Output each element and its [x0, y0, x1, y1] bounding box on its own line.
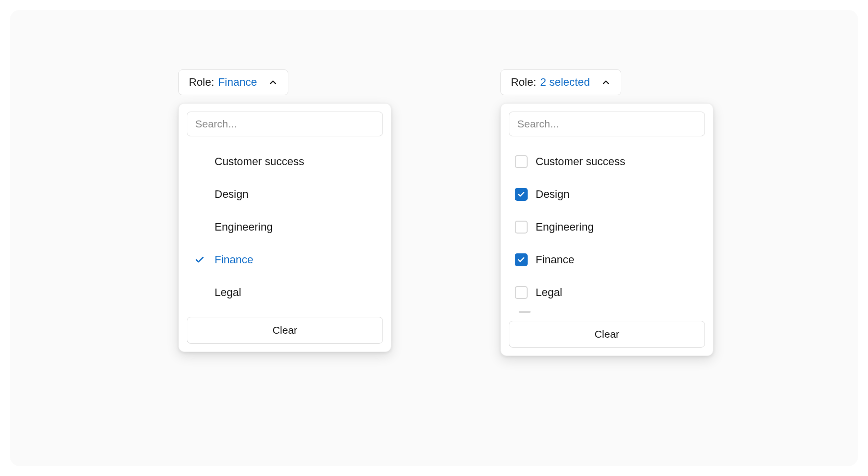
search-input[interactable] [187, 112, 383, 136]
option-customer-success[interactable]: Customer success [187, 145, 383, 178]
checkbox-unchecked[interactable] [515, 286, 528, 299]
clear-button[interactable]: Clear [509, 321, 705, 348]
canvas: Role: Finance Customer success Design E [10, 10, 858, 466]
clear-button[interactable]: Clear [187, 317, 383, 344]
chip-prefix: Role: [511, 76, 536, 89]
options-list-multi: Customer success Design Engineering [509, 145, 705, 313]
option-legal[interactable]: Legal [509, 276, 705, 309]
options-list-single: Customer success Design Engineering Fina… [187, 145, 383, 309]
filter-chip-multi[interactable]: Role: 2 selected [500, 69, 621, 95]
checkbox-checked[interactable] [515, 253, 528, 266]
option-design[interactable]: Design [187, 178, 383, 211]
checkbox-checked[interactable] [515, 188, 528, 201]
option-label: Finance [215, 253, 253, 266]
chip-prefix: Role: [189, 76, 214, 89]
chevron-up-icon [601, 77, 611, 87]
option-finance[interactable]: Finance [187, 243, 383, 276]
option-label: Legal [215, 286, 241, 299]
option-label: Finance [536, 253, 574, 266]
dropdown-multi: Customer success Design Engineering [500, 103, 713, 356]
filter-single: Role: Finance Customer success Design E [178, 69, 391, 352]
option-design[interactable]: Design [509, 178, 705, 211]
checkbox-unchecked[interactable] [515, 155, 528, 168]
option-customer-success[interactable]: Customer success [509, 145, 705, 178]
dropdown-single: Customer success Design Engineering Fina… [178, 103, 391, 352]
option-finance[interactable]: Finance [509, 243, 705, 276]
option-label: Customer success [536, 155, 625, 168]
more-items-hint [519, 311, 531, 313]
option-label: Engineering [215, 221, 272, 234]
option-engineering[interactable]: Engineering [509, 211, 705, 243]
checkbox-unchecked[interactable] [515, 221, 528, 234]
option-label: Engineering [536, 221, 594, 234]
option-legal[interactable]: Legal [187, 276, 383, 309]
filter-chip-single[interactable]: Role: Finance [178, 69, 288, 95]
option-label: Design [215, 188, 248, 201]
chip-value: 2 selected [540, 76, 590, 89]
option-label: Customer success [215, 155, 304, 168]
option-label: Design [536, 188, 569, 201]
chip-value: Finance [218, 76, 257, 89]
option-label: Legal [536, 286, 562, 299]
filter-multi: Role: 2 selected Customer success [500, 69, 713, 356]
option-engineering[interactable]: Engineering [187, 211, 383, 243]
chevron-up-icon [268, 77, 278, 87]
check-icon [193, 255, 207, 265]
search-input[interactable] [509, 112, 705, 136]
